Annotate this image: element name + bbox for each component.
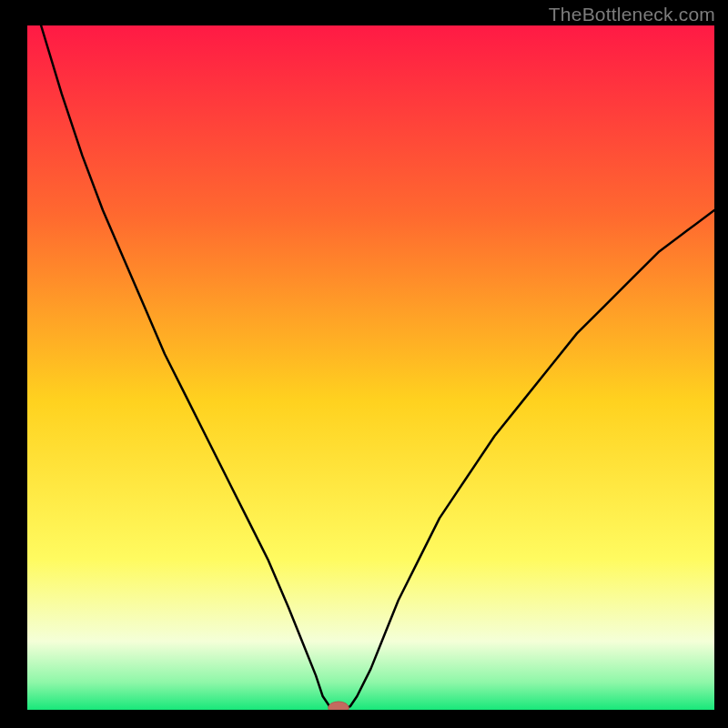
gradient-plot-area xyxy=(27,25,714,710)
watermark-text: TheBottleneck.com xyxy=(549,4,715,25)
bottleneck-chart-svg xyxy=(0,0,728,728)
optimal-point-marker xyxy=(329,702,349,714)
chart-frame: TheBottleneck.com xyxy=(0,0,728,728)
